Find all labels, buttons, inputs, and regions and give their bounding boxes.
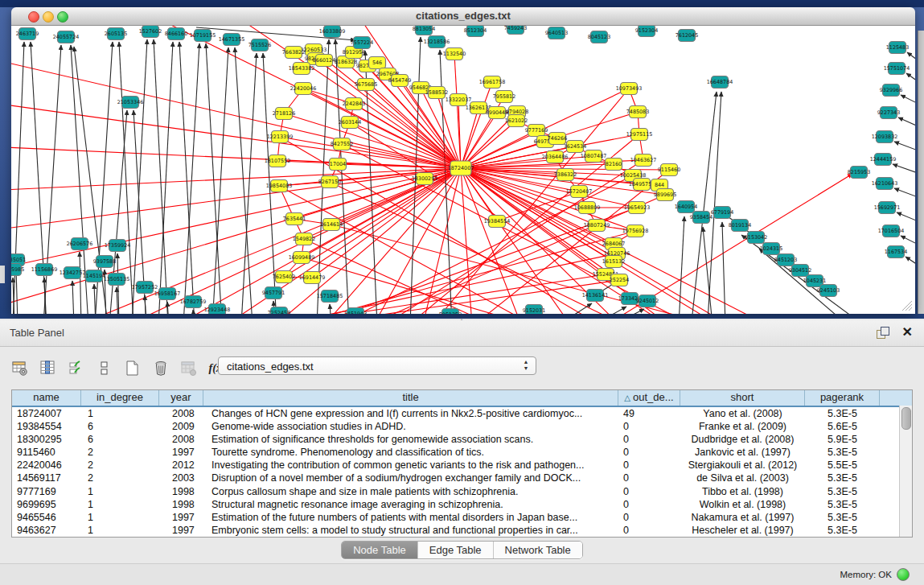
graph-node[interactable]: 2605135 — [105, 28, 127, 40]
table-row[interactable]: 1938455462009Genome-wide association stu… — [12, 420, 912, 433]
graph-node[interactable]: 16782759 — [180, 296, 207, 308]
graph-node[interactable]: 1125483 — [886, 42, 909, 54]
graph-node[interactable]: 5675685 — [355, 79, 377, 91]
graph-node[interactable]: 7557224 — [351, 37, 373, 49]
table-row[interactable]: 911546021997Tourette syndrome. Phenomeno… — [12, 446, 912, 459]
column-header-in_degree[interactable]: in_degree — [81, 390, 159, 406]
graph-node[interactable]: 10807487 — [581, 150, 607, 163]
graph-node[interactable]: 18724007 — [448, 161, 474, 175]
graph-node[interactable]: 12444159 — [870, 154, 897, 166]
graph-node[interactable]: 7459243 — [504, 26, 527, 35]
graph-node[interactable]: 12342757 — [60, 267, 86, 279]
graph-node[interactable]: 7612045 — [676, 30, 698, 42]
graph-node[interactable]: 16648784 — [707, 76, 733, 89]
column-header-pagerank[interactable]: pagerank — [805, 390, 880, 406]
graph-node[interactable]: 8512304 — [464, 26, 487, 37]
aggregate-icon[interactable] — [96, 360, 113, 377]
graph-node[interactable]: 7625402 — [273, 271, 295, 283]
graph-node[interactable]: 16210643 — [872, 178, 898, 190]
graph-node[interactable]: 7663822 — [282, 47, 305, 59]
graph-node[interactable]: 19756928 — [622, 225, 649, 237]
graph-node[interactable]: 2718126 — [273, 108, 295, 120]
graph-node[interactable]: 19384554 — [484, 216, 511, 228]
graph-node[interactable]: 7955812 — [493, 91, 515, 103]
network-canvas[interactable]: 1872400722260533982750618543382818632898… — [11, 26, 915, 314]
network-graph[interactable]: 1872400722260533982750618543382818632898… — [11, 26, 915, 314]
graph-node[interactable]: 9397588 — [93, 256, 116, 268]
graph-node[interactable]: 7386322 — [554, 169, 577, 181]
graph-node[interactable]: 1145194 — [83, 270, 105, 282]
graph-node[interactable]: 7515526 — [248, 39, 271, 51]
float-panel-icon[interactable] — [877, 327, 889, 339]
graph-node[interactable]: 2463719 — [16, 28, 39, 40]
graph-node[interactable]: 12975115 — [626, 129, 653, 141]
graph-node[interactable]: 20364486 — [542, 151, 569, 163]
graph-node[interactable]: 1615132 — [602, 256, 625, 268]
column-header-name[interactable]: name — [12, 390, 81, 406]
graph-node[interactable]: 9153042 — [745, 232, 767, 244]
graph-node[interactable]: 12213399 — [267, 131, 294, 143]
graph-node[interactable]: 7485083 — [626, 106, 649, 118]
graph-node[interactable]: 8019134 — [729, 220, 751, 232]
tab-edge-table[interactable]: Edge Table — [417, 542, 493, 558]
graph-node[interactable]: 8215953 — [848, 167, 870, 179]
graph-node[interactable]: 1024315 — [760, 243, 782, 255]
graph-node[interactable]: 16099489 — [289, 252, 315, 264]
graph-node[interactable]: 8267150 — [318, 176, 341, 188]
table-row[interactable]: 2242004622012Investigating the contribut… — [12, 459, 912, 472]
graph-node[interactable]: 26206576 — [67, 238, 93, 250]
graph-node[interactable]: 16958167 — [154, 288, 181, 300]
graph-node[interactable]: 1132540 — [443, 48, 466, 60]
tab-node-table[interactable]: Node Table — [342, 542, 417, 558]
window-titlebar[interactable]: citations_edges.txt — [11, 7, 915, 26]
graph-node[interactable]: 8660124 — [313, 55, 335, 67]
graph-node[interactable]: 9152304 — [635, 26, 658, 37]
table-row[interactable]: 977716911998Corpus callosum shape and si… — [12, 485, 912, 498]
graph-node[interactable]: 21053346 — [117, 97, 144, 109]
graph-node[interactable]: 12093832 — [872, 131, 898, 143]
graph-node[interactable]: 3624534 — [564, 141, 586, 153]
graph-node[interactable]: 7635441 — [283, 213, 306, 225]
vertical-scrollbar[interactable] — [899, 406, 912, 537]
table-row[interactable]: 1830029562008Estimation of significance … — [12, 433, 912, 446]
graph-node[interactable]: 252254 — [610, 274, 629, 286]
table-row[interactable]: 946362711997Embryonic stem cells: a mode… — [12, 524, 912, 537]
graph-node[interactable]: 17016504 — [878, 225, 905, 237]
graph-node[interactable]: 9227343 — [877, 107, 900, 119]
table-row[interactable]: 969969511998Structural magnetic resonanc… — [12, 498, 912, 511]
row-check-icon[interactable] — [68, 360, 85, 377]
graph-node[interactable]: 9245103 — [817, 285, 840, 297]
column-header-short[interactable]: short — [680, 390, 805, 406]
graph-node[interactable]: 9115460 — [658, 164, 680, 176]
graph-node[interactable]: 8045123 — [588, 31, 610, 43]
graph-node[interactable]: 8466160 — [165, 28, 187, 40]
graph-node[interactable]: 1614614 — [320, 219, 343, 231]
graph-node[interactable]: 9899695 — [654, 189, 676, 201]
graph-node[interactable]: 1621022 — [505, 115, 528, 127]
column-header-year[interactable]: year — [159, 390, 203, 406]
table-selector-dropdown[interactable]: citations_edges.txt ▲▼ — [218, 356, 536, 375]
graph-node[interactable]: 2242843 — [343, 98, 365, 110]
graph-node[interactable]: 1167534 — [885, 246, 907, 258]
memory-ok-indicator-icon[interactable] — [897, 568, 910, 581]
import-table-disabled-icon[interactable] — [180, 360, 198, 377]
table-row[interactable]: 946554611997Estimation of the future num… — [12, 511, 912, 524]
table-settings-icon[interactable] — [11, 360, 29, 377]
graph-node[interactable]: 2603144 — [339, 117, 361, 129]
graph-node[interactable]: 8427552 — [331, 138, 353, 150]
graph-node[interactable]: 11156869 — [31, 264, 58, 276]
window-resize-grip[interactable] — [899, 298, 914, 312]
graph-node[interactable]: 14671355 — [219, 34, 245, 46]
close-panel-icon[interactable]: ✕ — [902, 324, 913, 340]
graph-node[interactable]: 546 — [369, 57, 386, 69]
graph-node[interactable]: 9777169 — [525, 125, 548, 137]
graph-node[interactable]: 13218586 — [424, 36, 450, 48]
graph-node[interactable]: 9640513 — [545, 27, 568, 39]
graph-node[interactable]: 1640954 — [675, 201, 697, 213]
graph-node[interactable]: 6779194 — [711, 207, 733, 219]
graph-node[interactable]: 1549822 — [293, 233, 315, 245]
graph-node[interactable]: 16961758 — [479, 76, 506, 89]
table-row[interactable]: 1456911722003Disruption of a novel membe… — [12, 472, 912, 484]
graph-node[interactable]: 8813054 — [413, 26, 435, 35]
delete-trash-icon[interactable] — [152, 360, 170, 377]
